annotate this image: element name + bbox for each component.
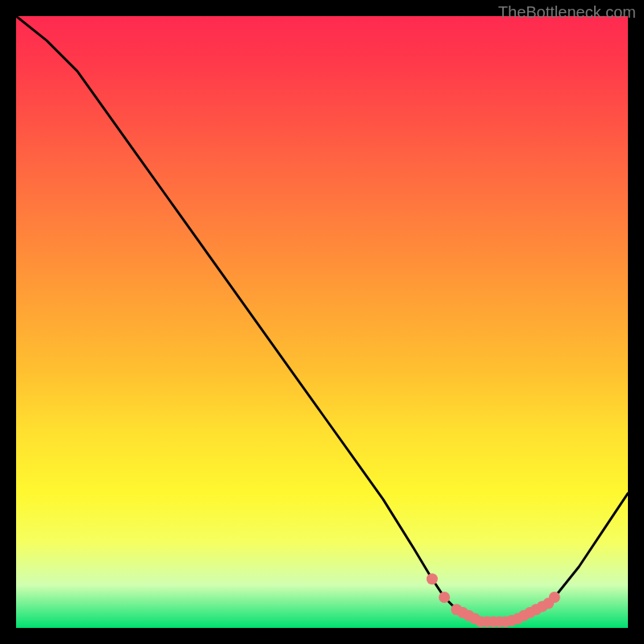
marker-dot xyxy=(439,592,450,603)
plot-area xyxy=(16,16,628,628)
marker-dot xyxy=(427,573,438,584)
chart-svg xyxy=(16,16,628,628)
bottleneck-curve xyxy=(16,16,628,621)
attribution-text: TheBottleneck.com xyxy=(498,3,636,22)
marker-dot xyxy=(549,592,560,603)
highlight-markers xyxy=(427,573,560,627)
